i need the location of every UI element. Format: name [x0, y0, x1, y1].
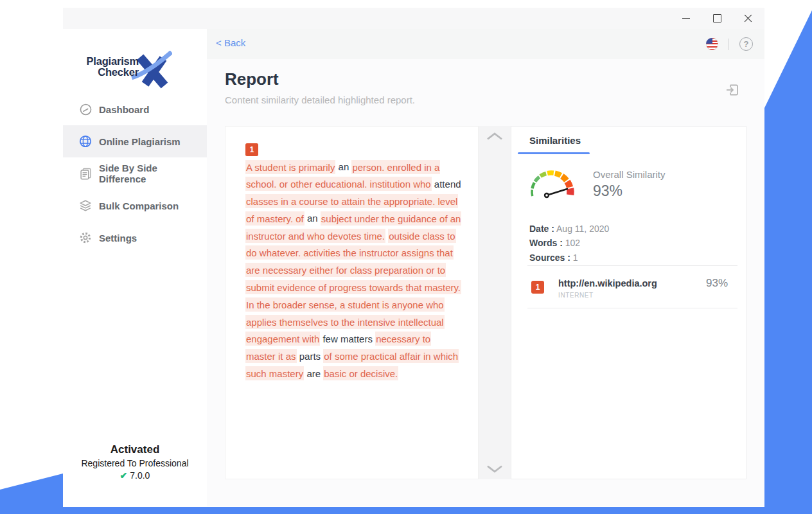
source-url[interactable]: http://en.wikipedia.org — [558, 278, 657, 288]
activation-version: ✔ 7.0.0 — [63, 470, 207, 481]
sidebar: Plagiarism Checker Dashboard Online Plag… — [63, 29, 207, 506]
sidebar-item-label: Dashboard — [99, 104, 149, 115]
tab-underline — [518, 152, 590, 154]
page-title: Report — [225, 69, 279, 89]
us-flag-icon[interactable] — [706, 38, 718, 50]
sidebar-item-side-by-side[interactable]: Side By Side Difference — [63, 157, 207, 190]
page-subtitle: Content similarity detailed highlighted … — [225, 94, 415, 105]
close-button[interactable] — [732, 8, 763, 29]
sidebar-item-label: Side By Side Difference — [99, 163, 207, 184]
plain-text-segment: attend — [434, 179, 461, 190]
activation-title: Activated — [63, 443, 207, 456]
plain-text-segment: an — [339, 161, 349, 172]
highlighted-text-segment: A student is primarily — [245, 160, 335, 174]
source-number-badge: 1 — [531, 281, 544, 294]
plain-text-segment: parts — [299, 351, 321, 362]
globe-icon — [79, 135, 92, 148]
window-controls — [671, 8, 763, 29]
logo-text: Plagiarism Checker — [75, 56, 139, 78]
topbar: < Back ? — [207, 29, 764, 60]
scroll-rail[interactable] — [479, 126, 511, 479]
close-icon — [744, 14, 752, 22]
tab-similarities[interactable]: Similarities — [529, 135, 581, 146]
source-badge: 1 — [245, 143, 258, 156]
report-meta: Date : Aug 11, 2020 Words : 102 Sources … — [529, 222, 609, 265]
topbar-divider — [728, 39, 729, 50]
topbar-actions: ? — [706, 29, 753, 59]
activation-registered: Registered To Professional — [63, 458, 207, 468]
gear-icon — [79, 231, 92, 244]
chevron-up-icon[interactable] — [486, 131, 503, 141]
source-type: INTERNET — [558, 292, 594, 299]
sidebar-item-label: Bulk Comparison — [99, 200, 179, 211]
sidebar-item-online-plagiarism[interactable]: Online Plagiarism — [63, 125, 207, 157]
gauge-icon — [525, 160, 581, 202]
divider — [527, 265, 737, 266]
app-logo: Plagiarism Checker — [63, 42, 207, 93]
chevron-down-icon[interactable] — [486, 464, 503, 474]
activation-status: Activated Registered To Professional ✔ 7… — [63, 443, 207, 481]
sidebar-item-settings[interactable]: Settings — [63, 222, 207, 254]
side-by-side-document-icon — [79, 167, 92, 180]
minimize-icon — [682, 18, 690, 19]
sidebar-item-label: Settings — [99, 233, 137, 244]
highlighted-text-segment: basic or decisive. — [323, 366, 398, 380]
app-window: Plagiarism Checker Dashboard Online Plag… — [63, 8, 764, 506]
similarities-panel: Similarities Overall Similarity 93% Date… — [511, 126, 746, 479]
meta-date-row: Date : Aug 11, 2020 — [529, 222, 609, 236]
maximize-icon — [713, 14, 721, 22]
export-icon[interactable] — [725, 82, 740, 98]
sidebar-item-dashboard[interactable]: Dashboard — [63, 93, 207, 125]
maximize-button[interactable] — [702, 8, 732, 29]
source-percent: 93% — [706, 277, 728, 290]
meta-sources-row: Sources : 1 — [529, 251, 609, 265]
overall-similarity-value: 93% — [593, 182, 622, 200]
divider — [527, 308, 737, 308]
content-area: Report Content similarity detailed highl… — [207, 59, 764, 506]
sidebar-item-label: Online Plagiarism — [99, 136, 181, 147]
check-icon: ✔ — [120, 470, 128, 481]
dashboard-icon — [79, 103, 92, 116]
minimize-button[interactable] — [671, 8, 702, 29]
back-link[interactable]: < Back — [216, 37, 245, 48]
plain-text-segment: are — [306, 368, 321, 379]
sidebar-item-bulk-comparison[interactable]: Bulk Comparison — [63, 190, 207, 222]
document-text: A student is primarily an person. enroll… — [245, 159, 463, 382]
layers-icon — [79, 199, 92, 212]
titlebar — [63, 8, 764, 30]
overall-similarity-label: Overall Similarity — [593, 169, 666, 180]
help-button[interactable]: ? — [739, 37, 753, 51]
screen: Plagiarism Checker Dashboard Online Plag… — [0, 0, 812, 514]
plain-text-segment: few matters — [322, 333, 373, 344]
plain-text-segment: an — [307, 213, 318, 224]
document-panel: 1 A student is primarily an person. enro… — [225, 126, 479, 479]
meta-words-row: Words : 102 — [529, 236, 609, 250]
